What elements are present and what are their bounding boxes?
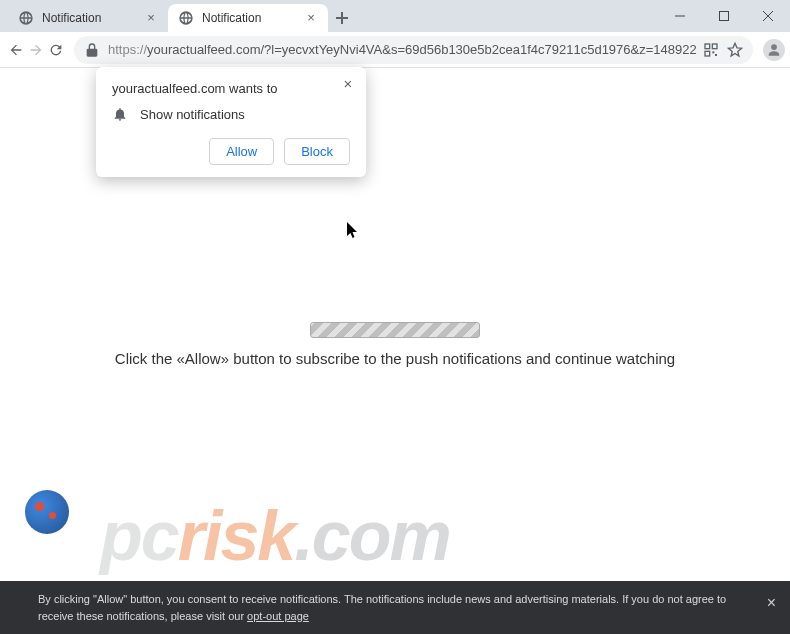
maximize-button[interactable] — [702, 0, 746, 32]
minimize-button[interactable] — [658, 0, 702, 32]
url-scheme: https:// — [108, 42, 147, 57]
close-icon[interactable]: × — [304, 11, 318, 25]
opt-out-link[interactable]: opt-out page — [247, 610, 309, 622]
window-controls — [658, 0, 790, 32]
browser-tab[interactable]: Notification × — [8, 4, 168, 32]
close-icon[interactable]: × — [767, 591, 776, 615]
instruction-text: Click the «Allow» button to subscribe to… — [0, 350, 790, 367]
logo-icon — [25, 490, 69, 534]
forward-button[interactable] — [28, 36, 44, 64]
consent-text: By clicking "Allow" button, you consent … — [38, 593, 726, 622]
permission-origin: youractualfeed.com wants to — [112, 81, 350, 96]
watermark-text: pcrisk.com — [100, 496, 450, 576]
reload-button[interactable] — [48, 36, 64, 64]
tab-strip: Notification × Notification × — [0, 0, 658, 32]
close-icon[interactable]: × — [340, 75, 356, 91]
url-text: youractualfeed.com/?l=yecvxtYeyNvi4VA&s=… — [147, 42, 697, 57]
tab-title: Notification — [42, 11, 138, 25]
browser-toolbar: https://youractualfeed.com/?l=yecvxtYeyN… — [0, 32, 790, 68]
avatar-icon — [763, 39, 785, 61]
close-icon[interactable]: × — [144, 11, 158, 25]
new-tab-button[interactable] — [328, 4, 356, 32]
profile-button[interactable] — [763, 36, 785, 64]
svg-rect-3 — [705, 51, 710, 56]
qr-icon[interactable] — [703, 42, 719, 58]
address-bar[interactable]: https://youractualfeed.com/?l=yecvxtYeyN… — [74, 36, 753, 64]
bell-icon — [112, 106, 128, 122]
browser-tab[interactable]: Notification × — [168, 4, 328, 32]
close-window-button[interactable] — [746, 0, 790, 32]
window-titlebar: Notification × Notification × — [0, 0, 790, 32]
star-icon[interactable] — [727, 42, 743, 58]
cursor-icon — [347, 222, 361, 244]
tab-title: Notification — [202, 11, 298, 25]
permission-row: Show notifications — [112, 106, 350, 122]
lock-icon — [84, 42, 100, 58]
globe-icon — [178, 10, 194, 26]
notification-permission-dialog: × youractualfeed.com wants to Show notif… — [96, 67, 366, 177]
permission-label: Show notifications — [140, 107, 245, 122]
svg-rect-0 — [720, 12, 729, 21]
block-button[interactable]: Block — [284, 138, 350, 165]
svg-rect-2 — [712, 44, 717, 49]
consent-bar: By clicking "Allow" button, you consent … — [0, 581, 790, 634]
back-button[interactable] — [8, 36, 24, 64]
globe-icon — [18, 10, 34, 26]
svg-rect-4 — [712, 51, 714, 53]
progress-bar — [310, 322, 480, 338]
allow-button[interactable]: Allow — [209, 138, 274, 165]
svg-rect-1 — [705, 44, 710, 49]
svg-rect-5 — [715, 54, 717, 56]
